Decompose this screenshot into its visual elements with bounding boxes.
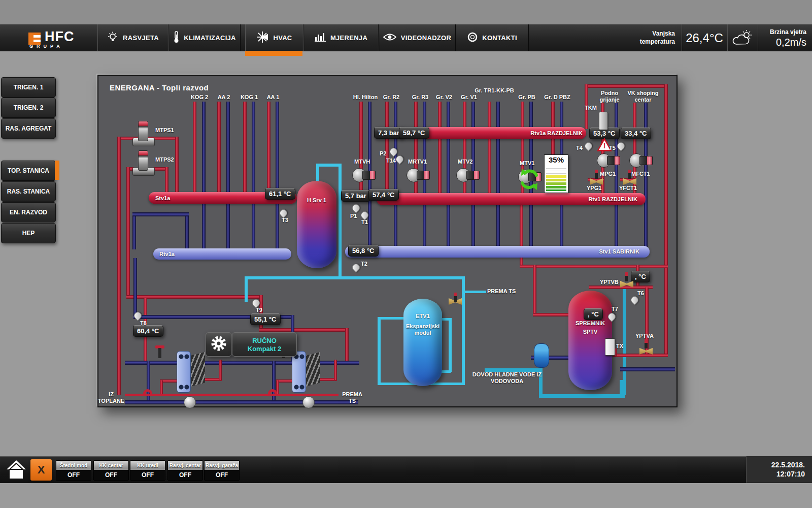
valve-yfct1[interactable] [622, 170, 637, 185]
close-button[interactable]: X [30, 459, 52, 481]
branch-label: Gr. TR1-KK-PB [475, 87, 514, 94]
nav-label: VIDEONADZOR [401, 34, 451, 42]
branch-label: Gr. R2 [380, 94, 402, 100]
divider [727, 24, 728, 51]
temperature-readout: 56,8 °C [348, 245, 379, 257]
toggle-rasvj-garaza[interactable]: Rasvj. garaža OFF [204, 460, 240, 481]
toggle-rasvj-centar[interactable]: Rasvj. centar OFF [167, 460, 203, 481]
nav-kontakti-button[interactable]: KONTAKTI [456, 24, 529, 51]
pipe-segment [160, 380, 163, 395]
pipe-segment [385, 102, 389, 195]
tank-label: ETV1 [403, 313, 442, 319]
nav-mjerenja-button[interactable]: MJERENJA [303, 24, 379, 51]
valve-label: YPTVA [635, 333, 654, 339]
branch-label: Hl. Hilton [349, 94, 382, 100]
pipe-segment [175, 137, 179, 194]
pressure-readout: 5,7 bar [341, 190, 370, 202]
pump-mtps1[interactable] [132, 121, 154, 146]
toggle-stedni-mod[interactable]: Štedni mod OFF [56, 460, 91, 481]
gauge-fill [546, 175, 566, 191]
hvac-fan-icon [256, 31, 268, 45]
expansion-vessel [534, 343, 549, 368]
pipe-segment [226, 102, 230, 250]
pump-mfct1[interactable] [629, 150, 653, 170]
heat-exchanger-1[interactable] [177, 351, 205, 392]
nav-label: RASVJETA [123, 34, 159, 42]
toggle-state: OFF [56, 470, 91, 480]
pipe-segment [165, 167, 168, 194]
active-tab-indicator [245, 51, 302, 56]
pipe-segment [202, 102, 206, 250]
pump-mpg1[interactable] [597, 150, 620, 170]
branch-label: KOG 2 [188, 94, 211, 100]
pump-sphere [302, 396, 315, 408]
sidebar-item-trigen2[interactable]: TRIGEN. 2 [1, 98, 56, 118]
time-value: 12:07:10 [747, 470, 805, 478]
pump-sphere [184, 396, 196, 408]
pipe-segment [464, 291, 486, 293]
sidebar-item-ras-stanica[interactable]: RAS. STANICA [1, 181, 56, 202]
sidebar-active-indicator [55, 161, 59, 180]
toggle-label: KK centar [94, 461, 128, 470]
sidebar-item-hep[interactable]: HEP [1, 223, 56, 243]
heat-exchanger-2[interactable] [292, 351, 320, 392]
pipe-segment [125, 400, 358, 404]
datetime-display: 22.5.2018. 12:07:10 [746, 456, 812, 483]
pump-label: MTVH [354, 158, 370, 165]
page-title: ENERGANA - Topli razvod [110, 83, 209, 92]
nav-klimatizacija-button[interactable]: KLIMATIZACIJA [168, 24, 241, 51]
valve-ypg1[interactable] [589, 170, 604, 185]
hx-body [177, 351, 191, 393]
pipe-segment [533, 265, 536, 315]
sidebar-item-top-stanica[interactable]: TOP. STANICA [1, 161, 56, 181]
sensor-label: T3 [282, 217, 288, 223]
date-value: 22.5.2018. [747, 461, 805, 469]
flow-label: DOVOD HLADNE VODE IZ VODOVODA [471, 371, 543, 385]
pump-mtv2[interactable] [456, 165, 480, 184]
toggle-state: OFF [168, 470, 202, 480]
nav-rasvjeta-button[interactable]: RASVJETA [97, 24, 168, 51]
pipe-label: Rtv1a RAZDJELNIK [507, 130, 583, 136]
sidebar-item-ras-agregat[interactable]: RAS. AGREGAT [1, 118, 56, 139]
valve-yptvb[interactable] [619, 272, 634, 288]
valve-hx1[interactable] [154, 345, 166, 363]
toggle-kk-uredi[interactable]: KK uredi OFF [130, 460, 165, 481]
pipe-segment [252, 102, 255, 250]
tank-hsrv1[interactable] [297, 181, 336, 268]
toggle-label: Štedni mod [56, 461, 91, 470]
mode-gear-button[interactable] [206, 332, 232, 357]
pipe-segment [117, 137, 121, 395]
branch-label: Podno grijanje [595, 90, 624, 103]
sidebar-item-en-razvod[interactable]: EN. RAZVOD [1, 202, 56, 223]
pipe-segment [125, 394, 339, 396]
scada-screen: HFC GRUPA RASVJETA KLIMATIZACIJA HVAC MJ… [0, 0, 812, 508]
branch-label: KOG 1 [238, 94, 260, 100]
sensor-label: T8 [140, 320, 147, 326]
valve-prema-ts[interactable] [448, 293, 461, 305]
gauge-value: 35% [545, 155, 568, 164]
hx-body [292, 351, 306, 393]
wind-value: 0,2m/s [760, 37, 806, 48]
pipe-segment [259, 328, 348, 332]
toggle-label: KK uredi [130, 461, 165, 470]
nav-hvac-button[interactable]: HVAC [245, 24, 303, 51]
outside-temp-label: Vanjska temperatura [624, 30, 675, 46]
mode-status-button[interactable]: RUČNO Kompakt 2 [232, 332, 297, 357]
nav-videonadzor-button[interactable]: VIDEONADZOR [379, 24, 456, 51]
sidebar-item-trigen1[interactable]: TRIGEN. 1 [1, 77, 56, 98]
pump-mtps2[interactable] [132, 150, 154, 176]
pump-mrtv1[interactable] [407, 165, 430, 184]
pipe-label: Rtv1a [159, 251, 175, 257]
pump-label: MTPS1 [155, 127, 174, 133]
tank-etv1[interactable] [403, 299, 442, 386]
pipe-segment [339, 164, 342, 278]
pump-mtvh[interactable] [352, 165, 376, 184]
branch-label: Gr. PB [516, 94, 538, 100]
toggle-kk-centar[interactable]: KK centar OFF [93, 460, 129, 481]
home-button[interactable] [6, 460, 26, 481]
hfc-logo-icon [28, 33, 41, 45]
valve-yptva[interactable] [638, 339, 654, 355]
valve-label: YPG1 [587, 185, 601, 191]
pipe-segment [219, 360, 222, 380]
pipe-segment [334, 360, 337, 380]
